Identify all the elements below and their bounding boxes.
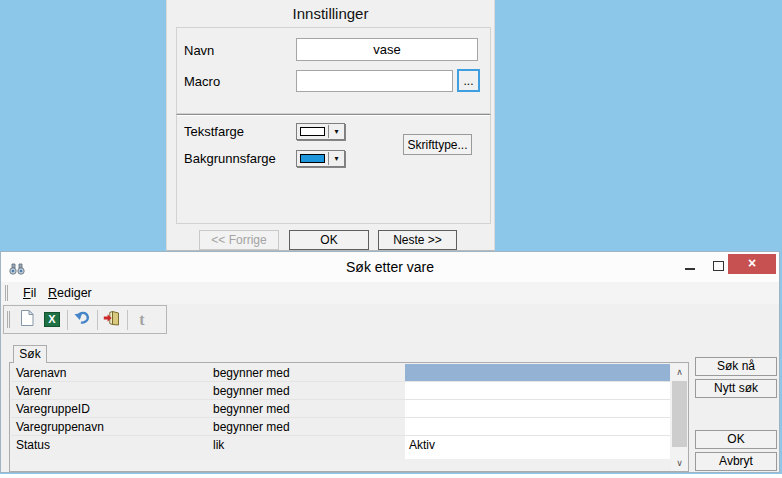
value-input[interactable]: [405, 400, 670, 417]
scroll-down-icon[interactable]: ∨: [671, 455, 688, 471]
previous-button[interactable]: << Forrige: [199, 230, 279, 250]
ok-button[interactable]: OK: [289, 230, 369, 250]
search-now-button[interactable]: Søk nå: [695, 357, 777, 376]
ok-button[interactable]: OK: [695, 430, 777, 449]
chevron-down-icon[interactable]: ▾: [329, 154, 344, 163]
toolbar-grip[interactable]: [7, 311, 13, 328]
search-window: Søk etter vare × Fil Rediger X: [0, 251, 780, 473]
table-row: Varenr begynner med: [11, 382, 670, 400]
macro-input[interactable]: [296, 70, 453, 92]
macro-browse-button[interactable]: ...: [457, 69, 480, 92]
operator: begynner med: [213, 366, 405, 380]
new-document-button[interactable]: [16, 309, 38, 331]
field-name: VaregruppeID: [11, 402, 213, 416]
scrollbar-thumb[interactable]: [672, 381, 687, 447]
table-row: Status lik Aktiv: [11, 436, 670, 454]
maximize-icon: [713, 261, 724, 271]
macro-label: Macro: [184, 74, 220, 89]
field-name: Varegruppenavn: [11, 420, 213, 434]
new-document-icon: [19, 309, 35, 331]
tekstfarge-label: Tekstfarge: [184, 124, 244, 139]
menu-rediger[interactable]: Rediger: [48, 286, 92, 300]
undo-icon: [73, 310, 91, 330]
new-search-button[interactable]: Nytt søk: [695, 379, 777, 398]
excel-export-button[interactable]: X: [41, 309, 63, 331]
chevron-down-icon[interactable]: ▾: [329, 127, 344, 136]
bakgrunnsfarge-label: Bakgrunnsfarge: [184, 151, 276, 166]
value-input[interactable]: [405, 364, 670, 381]
toolbar-separator: [67, 310, 68, 330]
next-button[interactable]: Neste >>: [378, 230, 457, 250]
exit-door-icon: [103, 310, 121, 330]
close-button[interactable]: ×: [728, 254, 776, 274]
toolbar-separator: [97, 310, 98, 330]
excel-icon: X: [44, 312, 60, 327]
letter-t-icon: t: [139, 311, 144, 329]
text-color-swatch: [300, 127, 325, 136]
value-input[interactable]: [405, 418, 670, 435]
exit-button[interactable]: [101, 309, 123, 331]
value-input[interactable]: Aktiv: [405, 436, 670, 454]
search-rows-list: Varenavn begynner med Varenr begynner me…: [11, 364, 670, 459]
menubar: Fil Rediger: [1, 282, 779, 304]
minimize-icon: [685, 268, 695, 270]
minimize-button[interactable]: [677, 252, 703, 278]
toolbar: X t: [3, 305, 167, 334]
undo-button[interactable]: [71, 309, 93, 331]
table-row: VaregruppeID begynner med: [11, 400, 670, 418]
scrollbar[interactable]: ∧ ∨: [671, 364, 688, 471]
tab-sok[interactable]: Søk: [13, 345, 47, 363]
settings-dialog: Innstillinger Navn Macro ... Tekstfarge …: [166, 0, 495, 251]
cancel-button[interactable]: Avbryt: [695, 452, 777, 471]
table-row: Varegruppenavn begynner med: [11, 418, 670, 436]
navn-input[interactable]: [296, 38, 478, 61]
menubar-grip[interactable]: [5, 285, 11, 301]
toolbar-separator: [127, 310, 128, 330]
desktop: { "colors": { "desktop_bg": "#8CC7E9", "…: [0, 0, 782, 478]
background-color-dropdown[interactable]: ▾: [296, 150, 345, 167]
operator: begynner med: [213, 420, 405, 434]
field-name: Varenr: [11, 384, 213, 398]
window-title: Søk etter vare: [1, 259, 779, 275]
operator: begynner med: [213, 384, 405, 398]
scroll-up-icon[interactable]: ∧: [671, 364, 688, 380]
field-name: Varenavn: [11, 366, 213, 380]
text-color-dropdown[interactable]: ▾: [296, 123, 345, 140]
operator: begynner med: [213, 402, 405, 416]
skrifttype-button[interactable]: Skrifttype...: [403, 134, 472, 155]
dialog-title: Innstillinger: [167, 5, 494, 22]
value-input[interactable]: [405, 382, 670, 399]
background-color-swatch: [300, 154, 325, 163]
menu-fil[interactable]: Fil: [23, 286, 36, 300]
navn-label: Navn: [184, 43, 214, 58]
field-name: Status: [11, 438, 213, 452]
titlebar[interactable]: Søk etter vare ×: [1, 252, 779, 282]
operator: lik: [213, 438, 405, 452]
search-tab-panel: Varenavn begynner med Varenr begynner me…: [9, 362, 689, 472]
text-tool-button[interactable]: t: [131, 309, 153, 331]
table-row: Varenavn begynner med: [11, 364, 670, 382]
bottom-strip: [0, 474, 782, 478]
